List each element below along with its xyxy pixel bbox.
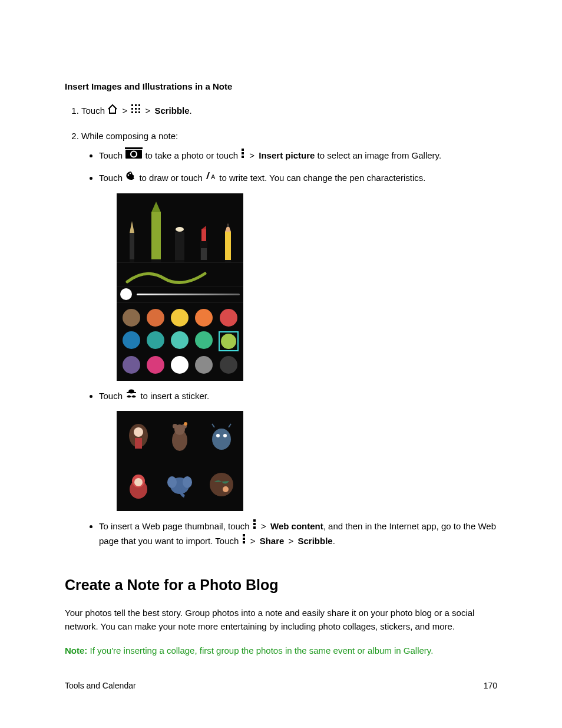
menu-insert-picture: Insert picture — [259, 150, 315, 160]
svg-marker-30 — [201, 226, 206, 229]
sub-bullets-3: To insert a Web page thumbnail, touch > … — [81, 519, 497, 549]
bullet-sticker: Touch to insert a sticker. — [99, 389, 497, 404]
palette-icon — [125, 170, 137, 185]
overflow-icon — [240, 148, 245, 162]
svg-rect-0 — [131, 104, 133, 106]
text: While composing a note: — [81, 131, 178, 141]
apps-grid-icon — [131, 104, 141, 117]
svg-rect-62 — [243, 538, 245, 540]
text: To insert a Web page thumbnail, touch — [99, 521, 250, 531]
svg-rect-28 — [201, 248, 207, 260]
svg-rect-59 — [253, 523, 256, 525]
chevron: > — [261, 521, 266, 531]
color-swatch — [220, 356, 237, 374]
color-swatch — [171, 356, 189, 374]
text: Touch — [99, 173, 123, 183]
period: . — [333, 536, 335, 546]
sub-bullets-2: Touch to insert a sticker. — [81, 389, 497, 404]
svg-point-56 — [210, 473, 233, 496]
sticker-globe — [205, 467, 238, 500]
marker-tool — [172, 221, 187, 262]
footer-left: Tools and Calendar — [65, 680, 136, 693]
svg-rect-13 — [242, 152, 244, 154]
mustache-hat-icon — [125, 388, 138, 402]
svg-point-47 — [223, 434, 227, 437]
color-swatch — [147, 309, 164, 327]
step-2: While composing a note: Touch to take a … — [81, 129, 497, 549]
menu-scribble: Scribble — [154, 106, 189, 116]
color-swatch — [171, 331, 189, 349]
svg-line-48 — [212, 424, 214, 427]
size-handle — [120, 288, 132, 300]
svg-rect-60 — [253, 526, 256, 529]
text: to write text. You can change the pen ch… — [219, 173, 425, 183]
color-swatch — [195, 356, 213, 374]
svg-point-44 — [184, 422, 187, 426]
chevron: > — [250, 536, 256, 546]
svg-rect-63 — [243, 541, 245, 543]
svg-rect-18 — [130, 233, 134, 259]
text: Touch — [99, 391, 123, 401]
svg-rect-34 — [225, 260, 231, 262]
svg-rect-58 — [253, 519, 256, 522]
svg-marker-22 — [151, 202, 161, 212]
svg-point-57 — [223, 486, 229, 492]
text: to insert a sticker. — [140, 391, 209, 401]
svg-marker-19 — [130, 221, 134, 233]
sticker-red-hood — [122, 467, 155, 500]
sticker-bear — [163, 421, 196, 454]
pen-picker-figure — [117, 193, 243, 381]
svg-rect-1 — [135, 104, 137, 106]
note-label: Note: — [65, 645, 87, 655]
sticker-elephant — [163, 467, 196, 500]
svg-point-52 — [134, 478, 143, 486]
bullet-draw: Touch to draw or touch A to write text. … — [99, 171, 497, 186]
svg-rect-24 — [175, 232, 184, 260]
svg-point-42 — [173, 424, 177, 429]
svg-rect-20 — [130, 259, 134, 262]
overflow-icon — [242, 533, 246, 548]
bullet-web: To insert a Web page thumbnail, touch > … — [99, 519, 497, 549]
camera-icon — [125, 147, 143, 163]
sub-bullets: Touch to take a photo or touch > Insert … — [81, 149, 497, 186]
note-line: Note: If you're inserting a collage, fir… — [65, 644, 497, 657]
footer-page-number: 170 — [484, 680, 497, 693]
color-swatch — [147, 356, 164, 374]
color-grid — [117, 303, 243, 381]
bullet-photo: Touch to take a photo or touch > Insert … — [99, 149, 497, 164]
pencil-tool — [220, 221, 236, 262]
svg-rect-7 — [135, 111, 137, 113]
sticker-fuzzy-monster — [205, 421, 238, 454]
svg-rect-61 — [243, 534, 245, 536]
svg-rect-26 — [175, 260, 184, 262]
period: . — [190, 106, 192, 116]
svg-point-38 — [134, 427, 143, 437]
color-swatch — [171, 309, 189, 327]
document-page: Insert Images and Illustrations in a Not… — [0, 0, 562, 728]
color-swatch — [147, 331, 164, 349]
text: Touch — [99, 150, 123, 160]
heading-photo-blog: Create a Note for a Photo Blog — [65, 574, 497, 597]
svg-rect-12 — [242, 149, 244, 151]
stroke-preview — [117, 263, 243, 286]
svg-marker-33 — [227, 223, 229, 227]
lipstick-tool — [196, 221, 211, 262]
svg-rect-21 — [151, 212, 161, 259]
svg-rect-31 — [225, 232, 231, 260]
svg-point-55 — [183, 476, 192, 488]
chevron: > — [122, 106, 127, 116]
svg-rect-23 — [151, 259, 161, 262]
section-heading: Insert Images and Illustrations in a Not… — [65, 80, 497, 93]
color-swatch — [220, 309, 237, 327]
overflow-icon — [252, 519, 257, 533]
svg-rect-4 — [135, 108, 137, 110]
text: to take a photo or touch — [145, 150, 238, 160]
text: to draw or touch — [139, 173, 203, 183]
sticker-figure — [117, 411, 243, 511]
svg-point-15 — [128, 174, 130, 176]
svg-text:A: A — [211, 173, 216, 180]
menu-web-content: Web content — [270, 521, 323, 531]
svg-rect-8 — [138, 111, 140, 113]
svg-rect-39 — [135, 438, 142, 449]
svg-rect-9 — [125, 147, 143, 149]
